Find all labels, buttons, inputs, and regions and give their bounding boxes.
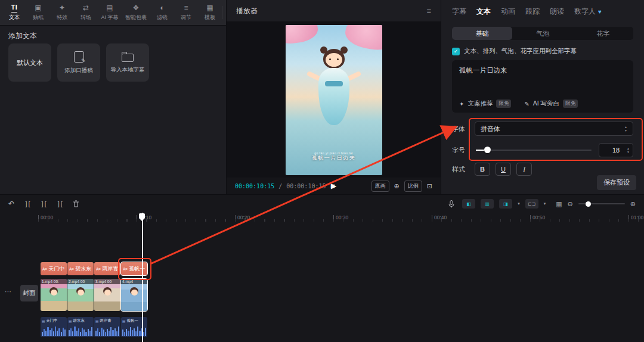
tool-filter[interactable]: ◐ 滤镜 <box>150 4 174 21</box>
bold-button[interactable]: B <box>475 163 490 176</box>
tool-template[interactable]: ▦ 模板 <box>198 4 222 21</box>
aspect-ratio-button[interactable]: 比例 <box>404 181 422 192</box>
timeline-ruler[interactable]: 00:00 00:10 00:20 00:30 00:40 00:50 01:0… <box>0 213 644 223</box>
subtitle-overlay: gū fān yī piàn rì biān lái 孤帆一片日边来 <box>286 151 382 162</box>
subtitle-badge-icon: A≡ <box>96 267 101 271</box>
subtitle-badge-icon: A≡ <box>69 267 74 271</box>
subtab-bubble[interactable]: 气泡 <box>512 27 572 40</box>
tool-effects-label: 特效 <box>57 14 67 21</box>
font-family-value: 拼音体 <box>481 125 500 133</box>
slider-thumb[interactable] <box>484 147 491 153</box>
split-icon[interactable]: ][ <box>24 201 30 207</box>
fullscreen-icon[interactable]: ⊡ <box>427 182 432 190</box>
subtitle-text-input[interactable]: 孤帆一片日边来 ✦ 文案推荐 限免 ✎ AI 写旁白 限免 <box>452 60 633 113</box>
zoom-in-icon[interactable]: ⊕ <box>630 200 636 208</box>
ai-narration-button[interactable]: AI 写旁白 <box>533 100 559 108</box>
default-text-label: 默认文本 <box>17 58 43 67</box>
text-clip[interactable]: A≡两岸青 <box>94 262 120 275</box>
shortcut-keyboard-icon[interactable]: ▦ <box>556 200 562 208</box>
toolbar-expand-button[interactable]: » <box>222 6 226 19</box>
audio-waveform <box>69 325 92 336</box>
fit-screen-icon[interactable]: ⊕ <box>394 182 400 190</box>
audio-waveform <box>95 325 119 336</box>
video-clip[interactable]: 3.mp4 00 <box>94 279 120 311</box>
audio-track-icon: ▤ <box>122 319 125 323</box>
subtab-fancy-text[interactable]: 花字 <box>573 27 633 40</box>
zoom-slider-thumb[interactable] <box>586 201 591 207</box>
italic-button[interactable]: I <box>516 163 532 176</box>
range-dropdown-caret-icon[interactable]: ▾ <box>544 201 546 206</box>
inspector-panel: 字幕 文本 动画 跟踪 朗读 数字人♥ 基础 气泡 花字 ✓ 文本、排列、气泡、… <box>441 0 644 194</box>
tool-effects[interactable]: ✦ 特效 <box>50 4 74 21</box>
blossom-decoration <box>343 25 382 53</box>
text-clip-selected[interactable]: A≡孤帆一 <box>121 262 147 275</box>
tab-reading[interactable]: 朗读 <box>550 7 564 17</box>
font-stepper[interactable]: ▲ ▼ <box>624 126 627 132</box>
undo-icon[interactable]: ↶ <box>8 200 14 208</box>
text-clip[interactable]: A≡天门中 <box>41 262 67 275</box>
adjust-icon: ≡ <box>184 4 188 12</box>
apply-all-label: 文本、排列、气泡、花字应用到全部字幕 <box>464 47 577 55</box>
trim-right-icon[interactable]: ][ <box>57 201 63 207</box>
original-quality-button[interactable]: 原画 <box>371 181 389 192</box>
delete-icon[interactable] <box>73 200 79 207</box>
apply-all-checkbox[interactable]: ✓ <box>452 48 460 55</box>
tool-sticker-label: 贴纸 <box>33 14 44 21</box>
audio-clip[interactable]: ▤两岸青 <box>94 317 120 337</box>
tool-ai-captions[interactable]: ▤ AI 字幕 <box>98 4 122 21</box>
import-subtitle-card[interactable]: 导入本地字幕 <box>106 43 149 82</box>
video-clip[interactable]: 2.mp4 00 <box>67 279 94 311</box>
add-narration-card[interactable]: 添加口播稿 <box>57 43 100 82</box>
subtitle-pinyin: gū fān yī piàn rì biān lái <box>286 151 382 155</box>
toggle-dropdown-caret-icon[interactable]: ▾ <box>518 201 520 206</box>
audio-track-icon: ▤ <box>95 319 98 323</box>
tab-digital-human[interactable]: 数字人♥ <box>574 7 602 17</box>
ruler-label: 00:30 <box>336 214 348 220</box>
link-toggle-button[interactable]: ▥ <box>481 199 494 209</box>
video-preview[interactable]: gū fān yī piàn rì biān lái 孤帆一片日边来 <box>286 25 382 175</box>
audio-clip[interactable]: ▤天门中 <box>41 317 67 337</box>
underline-button[interactable]: U <box>496 163 511 176</box>
text-clip[interactable]: A≡碧水东 <box>67 262 94 275</box>
font-size-slider[interactable] <box>476 143 592 157</box>
character-art <box>337 58 339 60</box>
playhead-line[interactable] <box>142 213 143 342</box>
trim-left-icon[interactable]: ][ <box>41 201 47 207</box>
font-size-stepper[interactable]: ▲ ▼ <box>627 147 630 154</box>
tool-text[interactable]: TI 文本 <box>2 4 26 21</box>
font-size-input[interactable]: 18 ▲ ▼ <box>599 143 633 157</box>
ruler-label: 00:20 <box>237 214 250 220</box>
character-art <box>326 53 342 67</box>
timeline-zoom-slider[interactable] <box>578 203 625 204</box>
player-menu-icon[interactable]: ≡ <box>426 7 431 15</box>
cover-button[interactable]: 封面 <box>20 285 38 301</box>
snap-toggle-button[interactable]: ◧ <box>462 199 475 209</box>
tab-tracking[interactable]: 跟踪 <box>525 7 540 17</box>
save-preset-button[interactable]: 保存预设 <box>597 175 636 190</box>
audio-waveform <box>42 325 66 336</box>
audio-clip[interactable]: ▤碧水东 <box>67 317 94 337</box>
subtab-basic[interactable]: 基础 <box>452 27 512 40</box>
tool-smart-package[interactable]: ❖ 智能包装 <box>122 4 150 21</box>
font-family-dropdown[interactable]: 拼音体 ▲ ▼ <box>475 122 633 136</box>
audio-clip[interactable]: ▤孤帆一 <box>121 317 147 337</box>
copy-suggest-button[interactable]: 文案推荐 <box>467 100 493 108</box>
range-select-button[interactable]: ⊏⊐ <box>525 199 538 209</box>
video-clip-selected[interactable]: 4.mp4 <box>121 279 147 311</box>
tab-text[interactable]: 文本 <box>476 7 491 17</box>
time-separator: / <box>278 183 282 189</box>
tool-transition[interactable]: ⇄ 转场 <box>74 4 98 21</box>
video-clip[interactable]: 1.mp4 00: <box>41 279 67 311</box>
sparkle-icon: ✦ <box>459 101 464 107</box>
track-options-ellipsis[interactable]: ⋯ <box>5 288 11 296</box>
record-voiceover-icon[interactable] <box>448 200 454 208</box>
tool-adjust[interactable]: ≡ 调节 <box>174 4 198 21</box>
zoom-out-icon[interactable]: ⊖ <box>568 200 573 208</box>
playhead-follow-toggle-button[interactable]: ◨ <box>499 199 512 209</box>
play-button[interactable]: ▶ <box>331 182 336 190</box>
tool-sticker[interactable]: ▣ 贴纸 <box>26 4 50 21</box>
tab-subtitles[interactable]: 字幕 <box>452 7 466 17</box>
tab-animation[interactable]: 动画 <box>501 7 515 17</box>
import-subtitle-label: 导入本地字幕 <box>111 66 145 74</box>
default-text-card[interactable]: 默认文本 <box>8 43 51 82</box>
